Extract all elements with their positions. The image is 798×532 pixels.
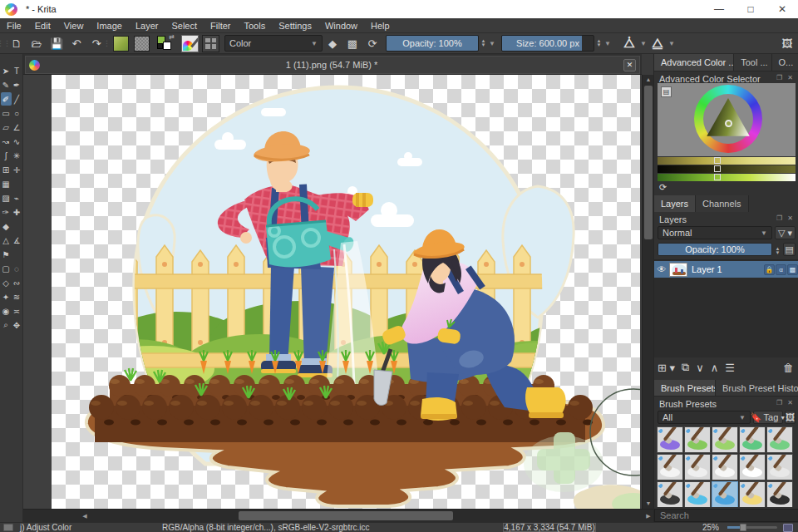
opacity-spinner[interactable]: ▲▼ xyxy=(479,35,488,52)
freehand-brush-tool[interactable]: ✐ xyxy=(1,92,12,106)
brush-preset-cell[interactable] xyxy=(739,454,766,480)
transform-tool[interactable]: ⊞ xyxy=(1,163,12,176)
eraser-mode-button[interactable]: ◆ xyxy=(323,35,342,52)
layer-opacity-slider[interactable]: Opacity: 100% xyxy=(658,243,772,256)
bezier-curve-tool[interactable]: ↝ xyxy=(1,135,12,148)
size-dropdown-arrow[interactable]: ▼ xyxy=(603,40,612,47)
workspace-chooser-button[interactable] xyxy=(202,35,219,52)
tab-channels[interactable]: Channels xyxy=(696,195,748,212)
size-slider[interactable]: Size: 600.00 px xyxy=(501,35,594,52)
tab-layers[interactable]: Layers xyxy=(654,195,696,212)
open-document-button[interactable]: 🗁 xyxy=(27,35,46,52)
zoom-slider[interactable] xyxy=(727,526,777,529)
dynamic-brush-tool[interactable]: ʃ xyxy=(1,149,12,162)
layer-lock-icon[interactable]: 🔒 xyxy=(764,264,775,275)
polygonal-selection-tool[interactable]: ◇ xyxy=(1,276,12,289)
brush-preset-cell[interactable] xyxy=(684,454,711,480)
color-sampler-tool[interactable]: ⌁ xyxy=(12,191,22,204)
mirror-vertical-arrow[interactable]: ▼ xyxy=(667,40,676,47)
brush-editor-button[interactable] xyxy=(181,35,199,52)
scroll-down-icon[interactable]: ▼ xyxy=(643,499,654,509)
layer-visibility-icon[interactable]: 👁 xyxy=(654,264,669,274)
vertical-scrollbar-thumb[interactable] xyxy=(644,86,653,239)
toolbar-grip[interactable]: ⋮⋮ xyxy=(1,35,6,52)
pattern-swatch[interactable] xyxy=(134,36,150,52)
opacity-slider[interactable]: Opacity: 100% xyxy=(386,35,479,52)
color-strip-dark[interactable] xyxy=(658,165,796,173)
edit-shapes-tool[interactable]: ✎ xyxy=(1,78,12,91)
tag-button[interactable]: 🔖 Tag▼ xyxy=(753,411,783,424)
fill-tool[interactable]: ◆ xyxy=(1,219,12,233)
horizontal-scrollbar[interactable]: ◀ ▶ xyxy=(23,509,653,522)
brush-preset-cell[interactable] xyxy=(739,426,766,453)
horizontal-scrollbar-thumb[interactable] xyxy=(239,511,453,520)
move-tool[interactable]: ✛ xyxy=(12,163,22,176)
layers-float-close-icons[interactable]: ❐ ✕ xyxy=(776,214,795,222)
toolbar-grip-2[interactable]: ⋮⋮ xyxy=(107,35,112,52)
brush-preset-cell[interactable] xyxy=(712,454,738,480)
menu-image[interactable]: Image xyxy=(90,18,129,32)
menu-help[interactable]: Help xyxy=(364,18,397,32)
size-spinner[interactable]: ▲▼ xyxy=(594,35,603,52)
menu-view[interactable]: View xyxy=(57,18,91,32)
color-strip-hue[interactable] xyxy=(658,157,796,165)
measure-tool[interactable]: ∡ xyxy=(12,234,22,247)
brush-preset-cell[interactable] xyxy=(766,454,793,480)
brush-blending-mode-dropdown[interactable]: Color▼ xyxy=(224,35,323,52)
advanced-color-selector[interactable]: ▤ xyxy=(658,83,796,156)
swap-colors-icon[interactable]: ⇄ xyxy=(169,33,175,41)
reload-preset-button[interactable]: ⟳ xyxy=(363,35,382,52)
layer-thumbnail[interactable] xyxy=(669,263,687,277)
scroll-right-icon[interactable]: ▶ xyxy=(643,510,653,523)
calligraphy-tool[interactable]: ✒ xyxy=(12,78,22,91)
menu-filter[interactable]: Filter xyxy=(204,18,237,32)
menu-edit[interactable]: Edit xyxy=(28,18,57,32)
opacity-dropdown-arrow[interactable]: ▼ xyxy=(488,40,496,47)
rectangular-selection-tool[interactable]: ▢ xyxy=(1,262,12,275)
polygon-tool[interactable]: ▱ xyxy=(1,121,12,134)
document-tab-close-icon[interactable]: ✕ xyxy=(623,59,636,71)
maximize-button[interactable]: □ xyxy=(735,0,766,18)
brush-preset-cell[interactable] xyxy=(684,426,711,453)
magnetic-selection-tool[interactable]: ≍ xyxy=(12,304,22,318)
ellipse-tool[interactable]: ○ xyxy=(12,106,22,120)
menu-file[interactable]: File xyxy=(0,18,28,32)
move-layer-up-button[interactable]: ∧ xyxy=(711,362,719,374)
canvas-document[interactable] xyxy=(52,75,640,509)
brush-preset-cell[interactable] xyxy=(712,426,738,453)
line-tool[interactable]: ╱ xyxy=(12,92,22,106)
similar-selection-tool[interactable]: ≋ xyxy=(12,290,22,303)
reference-images-tool[interactable]: ⚑ xyxy=(1,248,12,261)
crop-tool[interactable]: ▦ xyxy=(1,177,12,190)
docker-float-close-icons[interactable]: ❐ ✕ xyxy=(776,74,795,81)
layer-name[interactable]: Layer 1 xyxy=(692,264,722,274)
layer-properties-icon[interactable]: ☰ xyxy=(725,362,735,374)
mirror-vertical-button[interactable]: ⧋ xyxy=(648,35,667,52)
layer-inherit-alpha-icon[interactable]: ▩ xyxy=(787,264,798,275)
tab-tool-options[interactable]: Tool ... xyxy=(734,54,771,71)
menu-tools[interactable]: Tools xyxy=(238,18,273,32)
layer-opacity-spinner[interactable]: ▲▼ xyxy=(773,243,782,259)
freehand-selection-tool[interactable]: ∾ xyxy=(12,276,22,289)
gradient-swatch[interactable] xyxy=(113,36,129,52)
document-tab[interactable]: 1 (11).png (54.7 MiB) * ✕ xyxy=(25,56,640,74)
brush-preset-cell[interactable] xyxy=(657,426,683,453)
selector-settings-icon[interactable]: ▤ xyxy=(661,86,672,97)
brush-presets-float-close-icons[interactable]: ❐ ✕ xyxy=(776,399,795,406)
selector-update-icon[interactable]: ⟳ xyxy=(659,182,667,193)
undo-button[interactable]: ↶ xyxy=(67,35,86,52)
save-button[interactable]: 💾 xyxy=(47,35,66,52)
contiguous-selection-tool[interactable]: ✦ xyxy=(1,290,12,303)
brush-filter-dropdown[interactable]: All▼ xyxy=(658,411,751,424)
wrap-around-mode-icon[interactable]: 🖼 xyxy=(778,35,796,52)
brush-preset-cell[interactable] xyxy=(712,481,738,507)
zoom-level[interactable]: 25% xyxy=(702,523,719,532)
brush-preset-cell[interactable] xyxy=(766,426,793,453)
polyline-tool[interactable]: ∠ xyxy=(12,121,22,134)
zoom-tool[interactable]: ⌕ xyxy=(1,318,12,332)
brush-preset-cell[interactable] xyxy=(739,481,766,507)
tab-brush-presets[interactable]: Brush Presets xyxy=(654,380,716,396)
tab-advanced-color[interactable]: Advanced Color ... xyxy=(654,54,734,71)
blend-mode-dropdown[interactable]: Normal▼ xyxy=(658,226,772,239)
brush-preset-cell[interactable] xyxy=(766,481,793,507)
